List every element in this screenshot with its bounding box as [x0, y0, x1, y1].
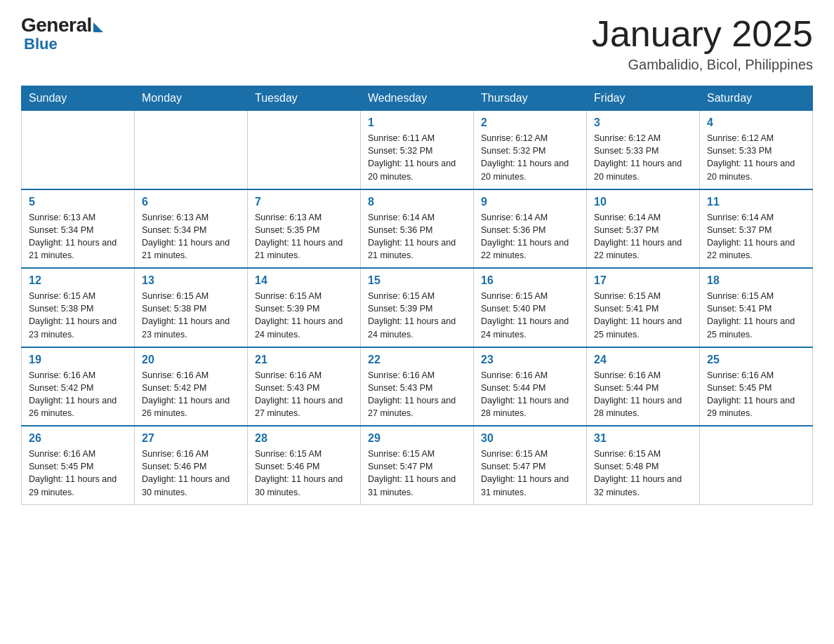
day-number: 3 — [594, 116, 692, 129]
day-number: 31 — [594, 432, 692, 445]
day-number: 27 — [142, 432, 240, 445]
day-info: Sunrise: 6:15 AMSunset: 5:40 PMDaylight:… — [481, 290, 579, 341]
calendar-header-wednesday: Wednesday — [361, 86, 474, 111]
day-info: Sunrise: 6:15 AMSunset: 5:39 PMDaylight:… — [255, 290, 353, 341]
day-info: Sunrise: 6:15 AMSunset: 5:48 PMDaylight:… — [594, 448, 692, 499]
calendar-cell: 22Sunrise: 6:16 AMSunset: 5:43 PMDayligh… — [361, 347, 474, 427]
day-info: Sunrise: 6:13 AMSunset: 5:34 PMDaylight:… — [142, 211, 240, 262]
day-info: Sunrise: 6:12 AMSunset: 5:33 PMDaylight:… — [594, 132, 692, 183]
day-info: Sunrise: 6:16 AMSunset: 5:43 PMDaylight:… — [255, 369, 353, 420]
day-info: Sunrise: 6:15 AMSunset: 5:39 PMDaylight:… — [368, 290, 466, 341]
day-info: Sunrise: 6:16 AMSunset: 5:45 PMDaylight:… — [29, 448, 127, 499]
calendar-cell: 20Sunrise: 6:16 AMSunset: 5:42 PMDayligh… — [135, 347, 248, 427]
calendar-cell: 27Sunrise: 6:16 AMSunset: 5:46 PMDayligh… — [135, 426, 248, 504]
calendar-cell: 16Sunrise: 6:15 AMSunset: 5:40 PMDayligh… — [474, 268, 587, 347]
day-number: 10 — [594, 196, 692, 208]
calendar-week-row: 26Sunrise: 6:16 AMSunset: 5:45 PMDayligh… — [22, 426, 813, 504]
calendar-cell: 26Sunrise: 6:16 AMSunset: 5:45 PMDayligh… — [22, 426, 135, 504]
calendar-cell: 6Sunrise: 6:13 AMSunset: 5:34 PMDaylight… — [135, 189, 248, 269]
day-number: 28 — [255, 432, 353, 445]
day-number: 18 — [707, 274, 805, 287]
day-info: Sunrise: 6:14 AMSunset: 5:36 PMDaylight:… — [481, 211, 579, 262]
calendar-cell: 31Sunrise: 6:15 AMSunset: 5:48 PMDayligh… — [587, 426, 700, 504]
day-info: Sunrise: 6:15 AMSunset: 5:38 PMDaylight:… — [29, 290, 127, 341]
day-info: Sunrise: 6:13 AMSunset: 5:34 PMDaylight:… — [29, 211, 127, 262]
day-info: Sunrise: 6:11 AMSunset: 5:32 PMDaylight:… — [368, 132, 466, 183]
day-number: 11 — [707, 196, 805, 208]
day-info: Sunrise: 6:16 AMSunset: 5:45 PMDaylight:… — [707, 369, 805, 420]
calendar-cell: 1Sunrise: 6:11 AMSunset: 5:32 PMDaylight… — [361, 111, 474, 189]
calendar-header-thursday: Thursday — [474, 86, 587, 111]
calendar-cell: 3Sunrise: 6:12 AMSunset: 5:33 PMDaylight… — [587, 111, 700, 189]
day-number: 21 — [255, 354, 353, 366]
day-info: Sunrise: 6:15 AMSunset: 5:41 PMDaylight:… — [594, 290, 692, 341]
day-number: 30 — [481, 432, 579, 445]
day-number: 26 — [29, 432, 127, 445]
calendar-cell: 14Sunrise: 6:15 AMSunset: 5:39 PMDayligh… — [248, 268, 361, 347]
day-info: Sunrise: 6:16 AMSunset: 5:42 PMDaylight:… — [142, 369, 240, 420]
day-info: Sunrise: 6:15 AMSunset: 5:41 PMDaylight:… — [707, 290, 805, 341]
calendar-cell: 13Sunrise: 6:15 AMSunset: 5:38 PMDayligh… — [135, 268, 248, 347]
day-info: Sunrise: 6:15 AMSunset: 5:47 PMDaylight:… — [368, 448, 466, 499]
day-number: 24 — [594, 354, 692, 366]
day-info: Sunrise: 6:12 AMSunset: 5:32 PMDaylight:… — [481, 132, 579, 183]
day-number: 22 — [368, 354, 466, 366]
calendar-cell: 7Sunrise: 6:13 AMSunset: 5:35 PMDaylight… — [248, 189, 361, 269]
calendar-cell — [135, 111, 248, 189]
calendar-header-row: SundayMondayTuesdayWednesdayThursdayFrid… — [22, 86, 813, 111]
day-info: Sunrise: 6:12 AMSunset: 5:33 PMDaylight:… — [707, 132, 805, 183]
day-number: 15 — [368, 274, 466, 287]
day-info: Sunrise: 6:13 AMSunset: 5:35 PMDaylight:… — [255, 211, 353, 262]
day-number: 16 — [481, 274, 579, 287]
calendar-cell — [22, 111, 135, 189]
day-number: 25 — [707, 354, 805, 366]
day-info: Sunrise: 6:16 AMSunset: 5:44 PMDaylight:… — [594, 369, 692, 420]
calendar-week-row: 19Sunrise: 6:16 AMSunset: 5:42 PMDayligh… — [22, 347, 813, 427]
day-number: 1 — [368, 116, 466, 129]
calendar-cell: 10Sunrise: 6:14 AMSunset: 5:37 PMDayligh… — [587, 189, 700, 269]
calendar-cell: 15Sunrise: 6:15 AMSunset: 5:39 PMDayligh… — [361, 268, 474, 347]
calendar-cell: 5Sunrise: 6:13 AMSunset: 5:34 PMDaylight… — [22, 189, 135, 269]
logo-triangle-icon — [93, 22, 103, 32]
day-info: Sunrise: 6:15 AMSunset: 5:38 PMDaylight:… — [142, 290, 240, 341]
day-info: Sunrise: 6:14 AMSunset: 5:37 PMDaylight:… — [594, 211, 692, 262]
calendar-cell: 9Sunrise: 6:14 AMSunset: 5:36 PMDaylight… — [474, 189, 587, 269]
day-number: 9 — [481, 196, 579, 208]
day-info: Sunrise: 6:16 AMSunset: 5:44 PMDaylight:… — [481, 369, 579, 420]
month-title: January 2025 — [592, 14, 813, 54]
calendar-cell: 2Sunrise: 6:12 AMSunset: 5:32 PMDaylight… — [474, 111, 587, 189]
calendar-cell — [248, 111, 361, 189]
day-number: 13 — [142, 274, 240, 287]
calendar-week-row: 1Sunrise: 6:11 AMSunset: 5:32 PMDaylight… — [22, 111, 813, 189]
calendar-header-monday: Monday — [135, 86, 248, 111]
logo-blue-text: Blue — [24, 35, 58, 53]
day-number: 6 — [142, 196, 240, 208]
calendar-header-sunday: Sunday — [22, 86, 135, 111]
day-number: 23 — [481, 354, 579, 366]
calendar-cell: 29Sunrise: 6:15 AMSunset: 5:47 PMDayligh… — [361, 426, 474, 504]
calendar-week-row: 12Sunrise: 6:15 AMSunset: 5:38 PMDayligh… — [22, 268, 813, 347]
day-number: 19 — [29, 354, 127, 366]
day-number: 17 — [594, 274, 692, 287]
day-number: 29 — [368, 432, 466, 445]
day-info: Sunrise: 6:15 AMSunset: 5:46 PMDaylight:… — [255, 448, 353, 499]
calendar-cell: 24Sunrise: 6:16 AMSunset: 5:44 PMDayligh… — [587, 347, 700, 427]
calendar-cell: 11Sunrise: 6:14 AMSunset: 5:37 PMDayligh… — [700, 189, 813, 269]
day-info: Sunrise: 6:16 AMSunset: 5:42 PMDaylight:… — [29, 369, 127, 420]
day-number: 20 — [142, 354, 240, 366]
calendar-cell: 17Sunrise: 6:15 AMSunset: 5:41 PMDayligh… — [587, 268, 700, 347]
day-number: 7 — [255, 196, 353, 208]
location: Gambalidio, Bicol, Philippines — [592, 57, 813, 73]
calendar-cell: 4Sunrise: 6:12 AMSunset: 5:33 PMDaylight… — [700, 111, 813, 189]
calendar-table: SundayMondayTuesdayWednesdayThursdayFrid… — [21, 86, 813, 505]
calendar-cell: 12Sunrise: 6:15 AMSunset: 5:38 PMDayligh… — [22, 268, 135, 347]
title-section: January 2025 Gambalidio, Bicol, Philippi… — [592, 14, 813, 73]
calendar-cell: 28Sunrise: 6:15 AMSunset: 5:46 PMDayligh… — [248, 426, 361, 504]
calendar-week-row: 5Sunrise: 6:13 AMSunset: 5:34 PMDaylight… — [22, 189, 813, 269]
day-number: 4 — [707, 116, 805, 129]
calendar-header-saturday: Saturday — [700, 86, 813, 111]
day-number: 2 — [481, 116, 579, 129]
calendar-cell: 25Sunrise: 6:16 AMSunset: 5:45 PMDayligh… — [700, 347, 813, 427]
day-info: Sunrise: 6:16 AMSunset: 5:46 PMDaylight:… — [142, 448, 240, 499]
day-number: 12 — [29, 274, 127, 287]
